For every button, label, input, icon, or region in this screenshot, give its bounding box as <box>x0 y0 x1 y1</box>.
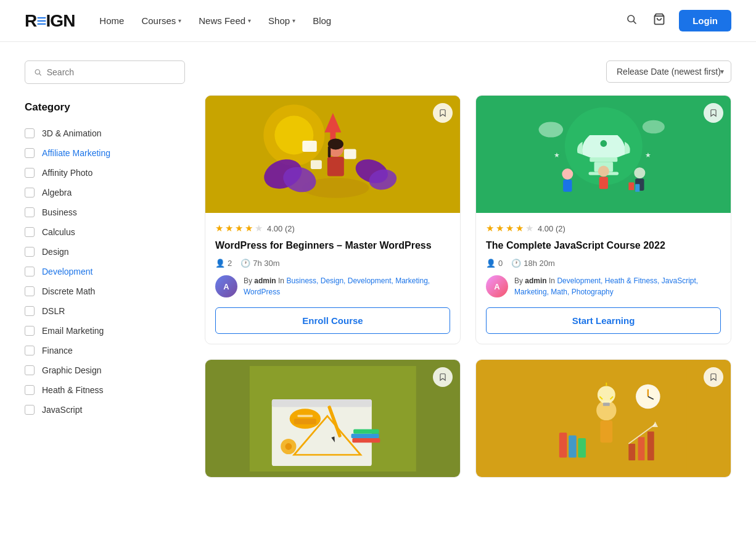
category-checkbox[interactable] <box>25 405 35 415</box>
course-illustration: ★ ★ <box>476 96 731 213</box>
svg-rect-47 <box>351 434 379 438</box>
course-title: WordPress for Beginners – Master WordPre… <box>215 239 450 252</box>
svg-rect-17 <box>327 157 344 177</box>
rating-text: 4.00 (2) <box>538 224 565 233</box>
category-checkbox[interactable] <box>25 286 35 296</box>
course-meta: 👤 0 🕐 18h 20m <box>486 259 721 268</box>
category-checkbox[interactable] <box>25 128 35 138</box>
category-checkbox[interactable] <box>25 148 35 158</box>
by-text: By <box>244 276 254 285</box>
category-label: Algebra <box>42 188 72 197</box>
svg-point-0 <box>628 15 635 22</box>
nav-blog[interactable]: Blog <box>313 15 331 26</box>
category-label: Business <box>42 207 77 217</box>
category-checkbox[interactable] <box>25 326 35 336</box>
star-5: ★ <box>255 223 263 234</box>
search-button[interactable] <box>623 11 639 30</box>
author-info: By admin In Business, Design, Developmen… <box>244 275 450 297</box>
category-checkbox[interactable] <box>25 306 35 316</box>
star-4: ★ <box>245 223 253 234</box>
course-body: ★ ★ ★ ★ ★ 4.00 (2) WordPress for Beginne… <box>205 213 460 344</box>
in-text: In <box>276 276 287 285</box>
category-item-affinity-photo[interactable]: Affinity Photo <box>25 163 185 183</box>
sort-dropdown[interactable]: Release Date (newest first) Release Date… <box>606 60 731 83</box>
nav-shop[interactable]: Shop ▾ <box>268 15 295 26</box>
cart-button[interactable] <box>651 10 668 31</box>
svg-rect-44 <box>294 418 316 424</box>
svg-line-1 <box>634 21 636 23</box>
search-input[interactable] <box>47 67 176 77</box>
svg-point-25 <box>538 122 563 137</box>
category-item-design[interactable]: Design <box>25 242 185 262</box>
start-learning-button[interactable]: Start Learning <box>486 307 721 334</box>
star-2: ★ <box>225 223 233 234</box>
enroll-course-button[interactable]: Enroll Course <box>215 307 450 334</box>
star-5: ★ <box>525 223 533 234</box>
student-count: 👤 0 <box>486 259 503 268</box>
category-label: Graphic Design <box>42 365 102 375</box>
author-info: By admin In Development, Heath & Fitness… <box>514 275 721 297</box>
svg-rect-48 <box>353 429 379 433</box>
author-avatar: A <box>215 275 237 297</box>
site-logo[interactable]: R≡IGN <box>25 11 75 31</box>
star-1: ★ <box>486 223 494 234</box>
svg-rect-21 <box>590 157 617 162</box>
category-item-calculus[interactable]: Calculus <box>25 222 185 242</box>
category-item-discrete-math[interactable]: Discrete Math <box>25 281 185 301</box>
category-label: JavaScript <box>42 405 82 415</box>
category-item-heath-fitness[interactable]: Heath & Fitness <box>25 380 185 400</box>
category-item-development[interactable]: Development <box>25 262 185 281</box>
bookmark-button[interactable] <box>704 103 723 123</box>
svg-rect-33 <box>628 182 634 190</box>
courses-area: Release Date (newest first) Release Date… <box>205 60 731 478</box>
category-item-finance[interactable]: Finance <box>25 341 185 360</box>
svg-rect-64 <box>569 435 577 457</box>
rating-text: 4.00 (2) <box>267 224 295 233</box>
course-title: The Complete JavaScript Course 2022 <box>486 239 721 252</box>
nav-newsfeed[interactable]: News Feed ▾ <box>199 15 251 26</box>
category-checkbox[interactable] <box>25 227 35 237</box>
course-thumbnail: ★ ★ <box>476 96 731 213</box>
category-item-graphic-design[interactable]: Graphic Design <box>25 360 185 380</box>
category-label: DSLR <box>42 306 65 316</box>
category-checkbox[interactable] <box>25 207 35 217</box>
header-actions: Login <box>623 10 731 31</box>
category-label: Affiliate Marketing <box>42 148 110 158</box>
category-item-algebra[interactable]: Algebra <box>25 183 185 202</box>
course-illustration <box>205 96 460 213</box>
star-4: ★ <box>516 223 524 234</box>
category-checkbox[interactable] <box>25 385 35 395</box>
course-thumbnail <box>205 96 460 213</box>
category-item-business[interactable]: Business <box>25 202 185 222</box>
bookmark-button[interactable] <box>433 103 453 123</box>
course-author: A By admin In Development, Heath & Fitne… <box>486 275 721 297</box>
category-item-dslr[interactable]: DSLR <box>25 301 185 321</box>
category-checkbox[interactable] <box>25 267 35 276</box>
category-item-javascript[interactable]: JavaScript <box>25 400 185 420</box>
login-button[interactable]: Login <box>679 10 731 31</box>
course-duration: 🕐 18h 20m <box>511 259 555 268</box>
category-checkbox[interactable] <box>25 188 35 197</box>
duration-text: 18h 20m <box>524 259 555 268</box>
svg-rect-30 <box>599 177 607 189</box>
category-checkbox[interactable] <box>25 346 35 355</box>
course-body: ★ ★ ★ ★ ★ 4.00 (2) The Complete JavaScri… <box>476 213 731 344</box>
course-duration: 🕐 7h 30m <box>240 259 279 268</box>
category-checkbox[interactable] <box>25 168 35 178</box>
category-label: Calculus <box>42 227 75 237</box>
search-box[interactable] <box>25 60 185 84</box>
category-item-affiliate-marketing[interactable]: Affiliate Marketing <box>25 143 185 163</box>
student-number: 0 <box>498 259 503 268</box>
nav-courses[interactable]: Courses ▾ <box>141 15 181 26</box>
sidebar: Category 3D & Animation Affiliate Market… <box>25 60 185 478</box>
svg-rect-55 <box>603 402 610 405</box>
category-item-3d-animation[interactable]: 3D & Animation <box>25 123 185 143</box>
category-checkbox[interactable] <box>25 365 35 375</box>
category-item-email-marketing[interactable]: Email Marketing <box>25 321 185 341</box>
clock-icon: 🕐 <box>240 259 250 268</box>
category-checkbox[interactable] <box>25 247 35 257</box>
student-count: 👤 2 <box>215 259 232 268</box>
category-list: 3D & Animation Affiliate Marketing Affin… <box>25 123 185 420</box>
course-thumbnail <box>476 360 731 477</box>
nav-home[interactable]: Home <box>99 15 124 26</box>
